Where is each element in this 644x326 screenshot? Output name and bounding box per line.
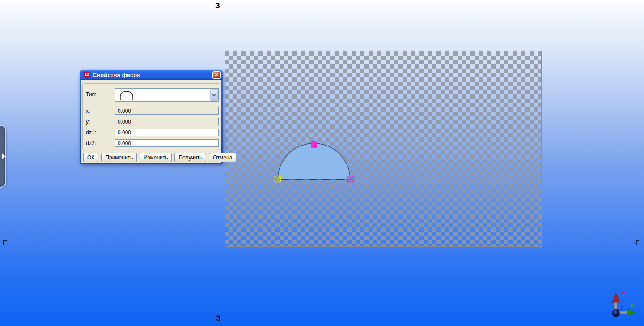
gizmo-x-arrow: [627, 309, 636, 316]
gizmo-x-label: X: [630, 302, 635, 309]
orientation-gizmo: Y X Z: [606, 288, 644, 326]
arch-opening[interactable]: [278, 143, 350, 180]
horizontal-axis-segment-right: [551, 247, 635, 247]
dialog-title: Свойства фасок: [93, 72, 140, 78]
gizmo-y-arrow: [612, 293, 619, 302]
dz2-field[interactable]: [115, 139, 219, 147]
type-combobox[interactable]: [115, 88, 219, 102]
close-icon[interactable]: ✕: [212, 71, 221, 79]
combobox-dropdown-button[interactable]: [210, 89, 218, 101]
apply-button[interactable]: Применить: [101, 153, 137, 162]
get-button[interactable]: Получить: [174, 153, 206, 162]
sidebar-flyout-tab[interactable]: [0, 125, 6, 188]
y-field[interactable]: [115, 118, 219, 125]
gizmo-z-label: Z: [619, 305, 624, 312]
drawing-canvas[interactable]: З З Г Г: [0, 0, 644, 326]
dz1-field[interactable]: [115, 129, 219, 136]
dialog-titlebar[interactable]: Свойства фасок ✕: [80, 70, 223, 80]
gizmo-y-label: Y: [621, 290, 626, 297]
modify-button[interactable]: Изменить: [140, 153, 172, 162]
dz1-label: dz1:: [86, 129, 96, 136]
ok-button[interactable]: ОК: [83, 153, 98, 162]
dialog-button-row: ОК Применить Изменить Получить Отмена: [83, 153, 236, 162]
gizmo-origin-sphere: [612, 309, 620, 317]
horizontal-axis-segment-left: [52, 247, 150, 247]
axis-label-top: З: [215, 2, 220, 9]
vertical-axis-line: [224, 0, 224, 302]
chevron-down-icon: [211, 92, 217, 98]
axis-label-right: Г: [635, 239, 640, 247]
x-field[interactable]: [115, 107, 219, 115]
arch-shape-icon: [118, 90, 136, 101]
app-logo-icon: [83, 71, 90, 78]
arch-opening-group: [268, 139, 367, 249]
axis-label-bottom: З: [216, 314, 221, 322]
x-label: x:: [86, 108, 90, 114]
properties-dialog: Свойства фасок ✕ Тип: x: y: dz1:: [80, 70, 223, 164]
dialog-body: Тип: x: y: dz1: dz2: ОК: [81, 80, 221, 163]
chevron-right-icon: [2, 154, 5, 159]
y-label: y:: [86, 119, 90, 125]
horizontal-axis-segment-mid: [214, 247, 224, 247]
type-label: Тип:: [86, 91, 96, 98]
cancel-button[interactable]: Отмена: [209, 153, 236, 162]
dz2-label: dz2:: [86, 140, 96, 146]
handle-apex[interactable]: [311, 142, 317, 147]
axis-label-left: Г: [3, 239, 7, 247]
